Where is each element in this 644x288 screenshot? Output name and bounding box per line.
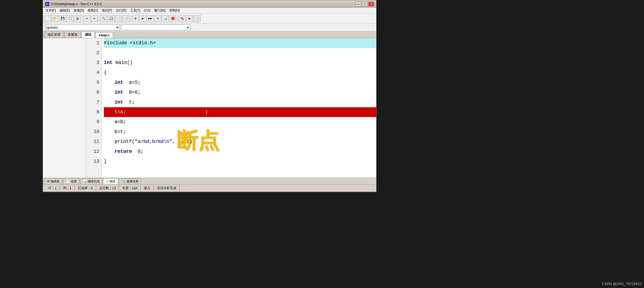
line-1-text: #include <stdio.h> xyxy=(104,38,156,48)
row-label: 行： xyxy=(48,186,55,190)
bottom-tab-resources[interactable]: 📄 资源 xyxy=(63,178,80,184)
bottom-tab-compile-log[interactable]: 📊 编译日志 xyxy=(80,178,103,184)
tb-new[interactable]: 📄 xyxy=(44,15,51,22)
editor-area[interactable]: 1 2 3 4 5 6 7 8 9 10 11 12 13 xyxy=(86,38,376,177)
line-10-text: b=t; xyxy=(115,127,126,137)
len-label: 长度： xyxy=(122,186,132,190)
line-7-kw: int xyxy=(115,97,123,107)
tab-debug[interactable]: 调试 xyxy=(81,31,95,38)
bottom-tabs: ⚙ 编译器 📄 资源 📊 编译日志 ✓ 调试 🔍 搜索结果 xyxy=(43,177,376,184)
tb-bookmark[interactable]: 🔖 xyxy=(179,15,186,22)
menu-project[interactable]: 项目[P] xyxy=(100,8,114,13)
close-button[interactable]: ✕ xyxy=(368,2,374,6)
tb-save-all[interactable]: 📋 xyxy=(66,15,73,22)
scope-bar: (globals) xyxy=(43,24,376,31)
code-line-2 xyxy=(104,48,376,58)
tabs-bar: 项目管理 查看类 调试 swap.c xyxy=(43,31,376,38)
maximize-button[interactable]: □ xyxy=(362,2,368,6)
line-8-text: t=a; xyxy=(115,107,126,117)
tb-debug[interactable]: 📊 xyxy=(162,15,169,22)
line-9-text: a=b; xyxy=(115,117,126,127)
code-line-6: int b=6; xyxy=(104,87,376,97)
line-6-text: b=6; xyxy=(123,87,140,97)
status-len: 长度： 134 xyxy=(119,185,141,192)
menu-view[interactable]: 视图[V] xyxy=(86,8,100,13)
line-4-text: { xyxy=(104,68,107,78)
search-icon: 🔍 xyxy=(122,180,125,183)
compile-log-label: 编译日志 xyxy=(88,179,100,183)
menu-tools[interactable]: 工具[T] xyxy=(128,8,142,13)
tb-print[interactable]: 🖨 xyxy=(74,15,81,22)
menu-file[interactable]: 文件[F] xyxy=(44,8,57,13)
line-5-kw: int xyxy=(115,78,123,87)
resources-icon: 📄 xyxy=(66,180,70,183)
tb-debug2[interactable]: 🔴 xyxy=(169,15,176,22)
tb-run[interactable]: ▶ xyxy=(139,15,146,22)
status-mode: 插入 xyxy=(141,185,154,192)
cursor-indicator: | xyxy=(205,107,208,117)
menu-edit[interactable]: 编辑[E] xyxy=(58,8,72,13)
menu-window[interactable]: 窗口[W] xyxy=(153,8,167,13)
title-bar-left: D D:\Desktop\swap.c - Dev-C++ 5.5.3 xyxy=(45,2,101,6)
code-line-4: □ { xyxy=(104,68,376,78)
status-selected: 已选择： 0 xyxy=(75,185,96,192)
tab-swapc[interactable]: swap.c xyxy=(95,32,113,38)
minimize-button[interactable]: — xyxy=(355,2,361,6)
tb-undo[interactable]: ↩ xyxy=(83,15,90,22)
total-value: 13 xyxy=(112,186,116,190)
tb-open[interactable]: 📂 xyxy=(52,15,58,22)
window-controls: — □ ✕ xyxy=(355,2,374,6)
window-title: D:\Desktop\swap.c - Dev-C++ 5.5.3 xyxy=(51,2,101,6)
code-line-11: printf("a=%d,b=%d\n", a,b); xyxy=(104,137,376,147)
tb-stop[interactable]: ✕ xyxy=(154,15,161,22)
sel-value: 0 xyxy=(91,186,93,190)
compiler-label: 编译器 xyxy=(51,179,60,183)
tb-sep-1 xyxy=(82,15,82,22)
scope-select-right[interactable] xyxy=(121,25,190,30)
app-icon: D xyxy=(45,2,49,6)
sidebar xyxy=(43,38,86,177)
main-window: D D:\Desktop\swap.c - Dev-C++ 5.5.3 — □ … xyxy=(43,0,376,192)
tb-compile-run[interactable]: ▶▶ xyxy=(147,15,154,22)
menu-bar: 文件[F] 编辑[E] 搜索[S] 视图[V] 项目[P] 运行[R] 工具[T… xyxy=(43,8,376,14)
bottom-tab-compiler[interactable]: ⚙ 编译器 xyxy=(44,178,62,184)
col-value: 1 xyxy=(70,186,72,190)
tb-sep-4 xyxy=(177,15,178,22)
line-5-text: a=5; xyxy=(123,78,140,87)
bottom-tab-search[interactable]: 🔍 搜索结果 xyxy=(119,178,141,184)
tb-redo[interactable]: ↪ xyxy=(91,15,98,22)
menu-search[interactable]: 搜索[S] xyxy=(72,8,86,13)
col-label: 列： xyxy=(63,186,70,190)
code-line-8: t=a; | xyxy=(104,107,376,117)
code-line-3: int main() xyxy=(104,58,376,68)
tab-project[interactable]: 项目管理 xyxy=(44,31,64,38)
tab-classes[interactable]: 查看类 xyxy=(64,31,81,38)
debug-icon: ✓ xyxy=(106,180,108,183)
tb-next[interactable]: ▶ xyxy=(186,15,193,22)
tb-find[interactable]: 🔍 xyxy=(100,15,107,22)
scope-select-left[interactable]: (globals) xyxy=(45,25,120,30)
resources-label: 资源 xyxy=(71,179,77,183)
tb-unindent[interactable]: ⬜ xyxy=(123,15,129,22)
tb-misc[interactable]: ⬜ xyxy=(194,15,201,22)
row-value: 1 xyxy=(55,186,57,190)
line-7-text: t; xyxy=(123,97,135,107)
menu-help[interactable]: 帮助[H] xyxy=(168,8,181,13)
tb-compile[interactable]: ⚙ xyxy=(132,15,139,22)
code-line-12: return 0; xyxy=(104,147,376,157)
tb-save[interactable]: 💾 xyxy=(59,15,66,22)
tb-sep-3 xyxy=(131,15,131,22)
watermark: 断点 xyxy=(176,135,219,145)
tb-indent[interactable]: ⬜ xyxy=(115,15,122,22)
status-syntax: 语法分析完成 xyxy=(154,185,180,192)
total-label: 总行数： xyxy=(99,186,112,190)
bottom-tab-debug[interactable]: ✓ 调试 xyxy=(103,178,118,184)
title-bar: D D:\Desktop\swap.c - Dev-C++ 5.5.3 — □ … xyxy=(43,0,376,8)
code-line-9: a=b; xyxy=(104,117,376,127)
line-numbers: 1 2 3 4 5 6 7 8 9 10 11 12 13 xyxy=(86,38,102,177)
code-content[interactable]: #include <stdio.h> int main() □ { xyxy=(102,38,376,177)
menu-run[interactable]: 运行[R] xyxy=(114,8,128,13)
tb-replace[interactable]: 🔄 xyxy=(108,15,115,22)
code-line-5: int a=5; xyxy=(104,78,376,87)
menu-cvs[interactable]: CVS xyxy=(142,8,152,13)
